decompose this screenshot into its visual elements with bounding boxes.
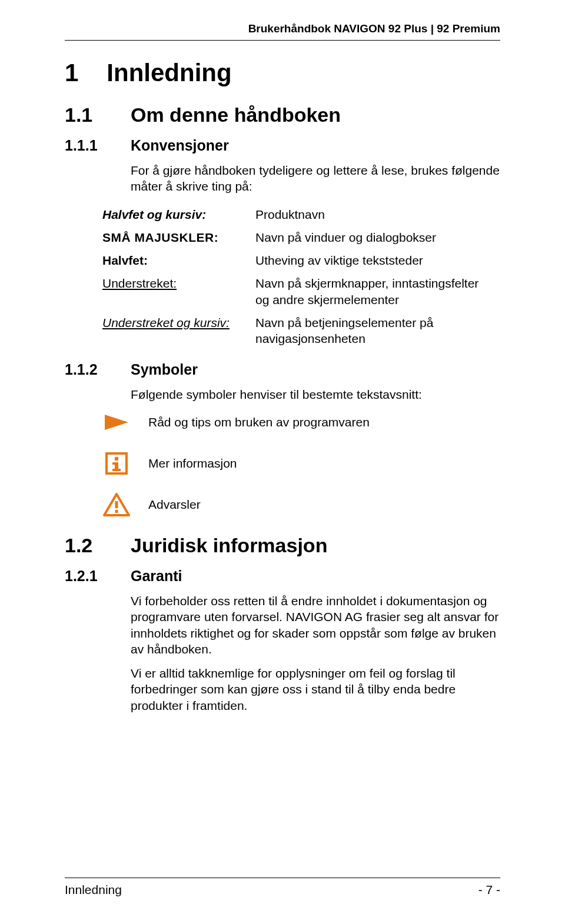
svg-marker-0	[105, 415, 128, 430]
symbol-warning-label: Advarsler	[148, 498, 201, 512]
svg-rect-8	[115, 510, 118, 513]
conv-val: Navn på skjermknapper, inntastingsfelter…	[255, 272, 500, 311]
symbol-info-label: Mer informasjon	[148, 456, 237, 471]
heading-1-1-2-title: Symboler	[131, 361, 198, 378]
table-row: SMÅ MAJUSKLER: Navn på vinduer og dialog…	[102, 226, 500, 249]
symbol-row-tip: Råd og tips om bruken av programvaren	[102, 411, 500, 434]
heading-1-number: 1	[65, 59, 78, 87]
symbol-row-info: Mer informasjon	[102, 452, 500, 475]
table-row: Halvfet og kursiv: Produktnavn	[102, 203, 500, 226]
conv-key-bold: Halvfet:	[102, 249, 255, 272]
symbol-row-warning: Advarsler	[102, 493, 500, 516]
page-content: 1 Innledning 1.1 Om denne håndboken 1.1.…	[65, 59, 500, 722]
table-row: Understreket og kursiv: Navn på betjenin…	[102, 311, 500, 351]
svg-rect-4	[112, 462, 117, 465]
section-1-2-1-p1: Vi forbeholder oss retten til å endre in…	[131, 593, 500, 657]
heading-1-1-1: 1.1.1 Konvensjoner	[65, 137, 500, 154]
conv-key-underline-italic: Understreket og kursiv:	[102, 311, 255, 351]
heading-1-title: Innledning	[107, 59, 231, 87]
conv-val: Navn på betjeningselementer på navigasjo…	[255, 311, 500, 351]
footer-page-number: - 7 -	[478, 883, 500, 897]
table-row: Halvfet: Utheving av viktige tekststeder	[102, 249, 500, 272]
heading-1-2: 1.2 Juridisk informasjon	[65, 534, 500, 557]
conv-val: Utheving av viktige tekststeder	[255, 249, 500, 272]
conv-key-underline: Understreket:	[102, 272, 255, 311]
header-rule	[65, 40, 500, 41]
heading-1-1-title: Om denne håndboken	[131, 104, 341, 126]
conventions-table: Halvfet og kursiv: Produktnavn SMÅ MAJUS…	[102, 203, 500, 351]
heading-1-2-1-title: Garanti	[131, 568, 182, 585]
heading-1: 1 Innledning	[65, 59, 500, 87]
heading-1-1-2: 1.1.2 Symboler	[65, 361, 500, 378]
heading-1-2-1-number: 1.2.1	[65, 568, 118, 585]
section-1-2-1-p2: Vi er alltid takknemlige for opplysninge…	[131, 665, 500, 713]
heading-1-1-2-number: 1.1.2	[65, 361, 118, 378]
footer-rule	[65, 878, 500, 878]
heading-1-2-title: Juridisk informasjon	[131, 534, 327, 557]
heading-1-1-1-title: Konvensjoner	[131, 137, 229, 154]
document-page: Brukerhåndbok NAVIGON 92 Plus | 92 Premi…	[0, 0, 565, 924]
info-icon	[102, 452, 131, 475]
conv-key-bold-italic: Halvfet og kursiv:	[102, 203, 255, 226]
section-1-1-1-intro: For å gjøre håndboken tydeligere og lett…	[131, 162, 500, 195]
warning-icon	[102, 493, 131, 516]
heading-1-1: 1.1 Om denne håndboken	[65, 104, 500, 126]
heading-1-1-number: 1.1	[65, 104, 118, 126]
heading-1-2-1: 1.2.1 Garanti	[65, 568, 500, 585]
conv-val: Navn på vinduer og dialogbokser	[255, 226, 500, 249]
page-header-title: Brukerhåndbok NAVIGON 92 Plus | 92 Premi…	[248, 22, 500, 35]
table-row: Understreket: Navn på skjermknapper, inn…	[102, 272, 500, 311]
footer-section-name: Innledning	[65, 883, 122, 897]
svg-rect-2	[115, 457, 118, 461]
svg-rect-7	[115, 501, 118, 508]
section-1-1-2-intro: Følgende symboler henviser til bestemte …	[131, 386, 500, 402]
tip-icon	[102, 411, 131, 434]
symbol-tip-label: Råd og tips om bruken av programvaren	[148, 415, 370, 429]
conv-key-smallcaps: SMÅ MAJUSKLER:	[102, 226, 255, 249]
heading-1-1-1-number: 1.1.1	[65, 137, 118, 154]
heading-1-2-number: 1.2	[65, 534, 118, 557]
conv-val: Produktnavn	[255, 203, 500, 226]
svg-rect-5	[112, 469, 121, 471]
